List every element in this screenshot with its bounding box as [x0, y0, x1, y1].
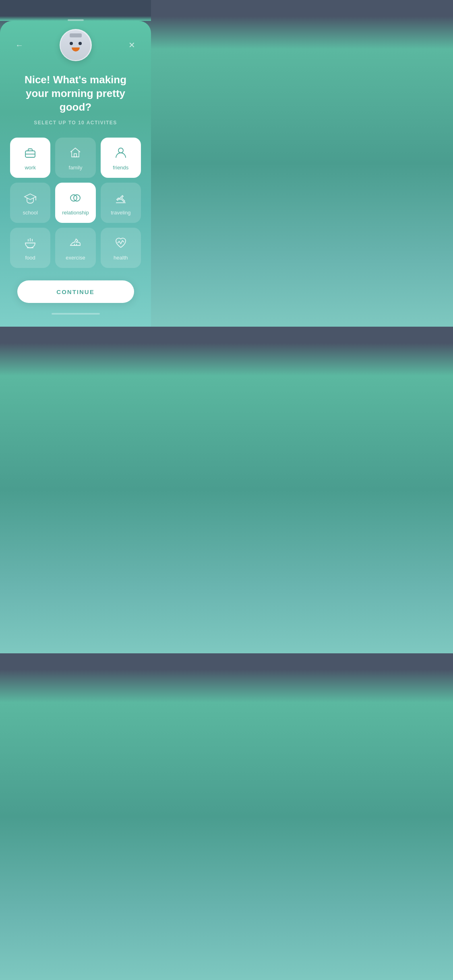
exercise-label: exercise — [66, 255, 85, 261]
activity-friends[interactable]: friends — [101, 138, 141, 178]
briefcase-icon — [24, 146, 37, 161]
graduation-icon — [24, 191, 37, 206]
activity-health[interactable]: health — [101, 228, 141, 268]
bowl-icon — [24, 237, 37, 251]
close-button[interactable]: ✕ — [124, 38, 139, 52]
main-card: ← ✕ Nice! What's making your morning pre… — [0, 21, 151, 327]
back-button[interactable]: ← — [12, 38, 27, 52]
top-nav: ← ✕ — [8, 21, 143, 65]
family-label: family — [69, 165, 83, 171]
bottom-indicator — [52, 313, 100, 315]
subtitle: SELECT UP TO 10 ACTIVITES — [12, 120, 139, 126]
activity-work[interactable]: work — [10, 138, 50, 178]
traveling-label: traveling — [111, 210, 130, 216]
work-label: work — [25, 165, 35, 171]
activity-food[interactable]: food — [10, 228, 50, 268]
activity-exercise[interactable]: exercise — [55, 228, 95, 268]
activity-school[interactable]: school — [10, 183, 50, 223]
activity-relationship[interactable]: relationship — [55, 183, 95, 223]
school-label: school — [23, 210, 38, 216]
relationship-label: relationship — [62, 210, 89, 216]
activity-traveling[interactable]: traveling — [101, 183, 141, 223]
health-label: health — [114, 255, 128, 261]
home-icon — [69, 146, 82, 161]
avatar — [60, 29, 92, 61]
continue-button[interactable]: CONTINUE — [17, 280, 134, 303]
svg-rect-2 — [74, 154, 77, 157]
heart-icon — [114, 237, 127, 251]
shoe-icon — [69, 237, 82, 251]
activities-grid: work family friends — [8, 138, 143, 268]
svg-point-3 — [118, 148, 123, 153]
person-icon — [114, 146, 127, 161]
friends-label: friends — [113, 165, 128, 171]
page-title: Nice! What's making your morning pretty … — [12, 73, 139, 114]
title-section: Nice! What's making your morning pretty … — [8, 65, 143, 130]
food-label: food — [25, 255, 35, 261]
activity-family[interactable]: family — [55, 138, 95, 178]
rings-icon — [69, 191, 82, 206]
svg-marker-4 — [25, 194, 36, 200]
plane-icon — [114, 191, 127, 206]
status-bar — [0, 0, 151, 16]
